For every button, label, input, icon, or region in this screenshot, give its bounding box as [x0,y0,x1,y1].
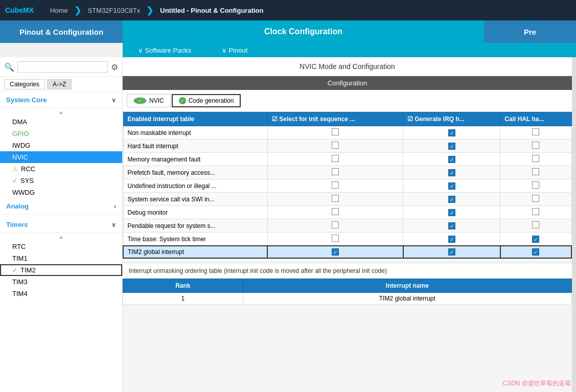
checkbox-select_init[interactable] [267,166,403,179]
checkbox-select_init[interactable]: ✓ [267,246,403,258]
gear-icon[interactable]: ⚙ [111,62,118,72]
sidebar-item-nvic[interactable]: NVIC [0,151,122,163]
dma-label: DMA [12,118,27,126]
checkbox-call_hal[interactable] [500,166,571,179]
checkbox-generate_irq[interactable]: ✓ [403,153,500,166]
timers-scroll-up-btn[interactable]: ▲ [0,233,122,241]
nvic-dot-icon: ✓ [133,97,147,104]
checkbox-select_init[interactable] [267,193,403,206]
col-header-select: ☑ Select for init sequence ... [267,112,403,126]
interrupt-row-name: System service call via SWI in... [123,193,267,206]
config-section: Configuration ✓ NVIC ✓ Code generation E [123,76,572,392]
checkbox-call_hal[interactable] [500,126,571,140]
interrupt-table-wrapper: Enabled interrupt table ☑ Select for ini… [123,112,572,259]
checkbox-call_hal[interactable] [500,153,571,166]
sidebar-item-iwdg[interactable]: IWDG [0,140,122,151]
tab-pre[interactable]: Pre [484,20,576,43]
chevron-down-icon: ∨ [111,97,116,104]
sidebar-item-sys[interactable]: ✓ SYS [0,175,122,187]
breadcrumb-device[interactable]: STM32F103C8Tx [82,7,147,14]
tim1-label: TIM1 [12,255,28,262]
tab-pinout[interactable]: Pinout & Configuration [0,20,123,43]
timers-header[interactable]: Timers ∨ [0,217,122,233]
analog-group: Analog › [0,198,122,215]
checkbox-select_init[interactable] [267,219,403,233]
checkbox-call_hal[interactable] [500,206,571,219]
checkbox-call_hal[interactable] [500,179,571,193]
col-header-name: Enabled interrupt table [123,112,267,126]
scroll-up-btn[interactable]: ▲ [0,108,122,116]
nvic-tabs: ✓ NVIC ✓ Code generation [123,90,572,112]
checkbox-generate_irq[interactable]: ✓ [403,166,500,179]
checkbox-generate_irq[interactable]: ✓ [403,193,500,206]
checkbox-generate_irq[interactable]: ✓ [403,246,500,258]
sidebar-item-rtc[interactable]: RTC [0,241,122,252]
checkbox-generate_irq[interactable]: ✓ [403,233,500,246]
breadcrumb-home[interactable]: Home [44,7,74,14]
analog-header[interactable]: Analog › [0,198,122,215]
scrollbar[interactable] [572,57,576,392]
checkbox-generate_irq[interactable]: ✓ [403,206,500,219]
interrupt-row-name: Time base: System tick timer [123,233,267,246]
top-bar: CubeMX Home ❯ STM32F103C8Tx ❯ Untitled -… [0,0,576,20]
search-input[interactable] [17,61,108,73]
sidebar-item-tim1[interactable]: TIM1 [0,252,122,264]
sidebar-item-gpio[interactable]: GPIO [0,128,122,140]
checkbox-select_init[interactable] [267,233,403,246]
system-core-header[interactable]: System Core ∨ [0,92,122,108]
checkbox-select_init[interactable] [267,153,403,166]
tim2-check-icon: ✓ [12,267,17,274]
ordering-col-name: Interrupt name [243,279,571,293]
checkbox-select_init[interactable] [267,140,403,153]
nvic-label: NVIC [12,153,28,161]
interrupt-row-name: Debug monitor [123,206,267,219]
sidebar: 🔍 ⚙ Categories A->Z System Core ∨ ▲ DMA … [0,57,123,392]
checkbox-call_hal[interactable] [500,219,571,233]
checkbox-generate_irq[interactable]: ✓ [403,126,500,140]
nvic-tab-label: NVIC [149,97,164,104]
sidebar-item-tim2[interactable]: ✓ TIM2 [0,264,122,276]
tab-codegen[interactable]: ✓ Code generation [172,94,241,107]
interrupt-row-name: TIM2 global interrupt [123,246,267,258]
checkbox-call_hal[interactable] [500,193,571,206]
ordering-table: Rank Interrupt name 1TIM2 global interru… [123,279,572,305]
tab-clock[interactable]: Clock Configuration [123,20,484,43]
content-area: NVIC Mode and Configuration Configuratio… [123,57,572,392]
sidebar-item-dma[interactable]: DMA [0,116,122,128]
search-icon[interactable]: 🔍 [4,62,14,72]
codegen-dot-icon: ✓ [179,97,186,104]
sidebar-item-tim4[interactable]: TIM4 [0,288,122,299]
checkbox-select_init[interactable] [267,179,403,193]
sidebar-item-tim3[interactable]: TIM3 [0,276,122,288]
checkbox-call_hal[interactable]: ✓ [500,246,571,258]
pinout-dropdown[interactable]: ∨ Pinout [206,43,263,57]
software-packs-dropdown[interactable]: ∨ Software Packs [123,43,206,57]
breadcrumb-project: Untitled - Pinout & Configuration [154,7,269,14]
tab-header: Pinout & Configuration Clock Configurati… [0,20,576,43]
rcc-label: RCC [21,165,35,173]
iwdg-label: IWDG [12,142,30,149]
ordering-rank: 1 [123,293,243,305]
interrupt-row-name: Pendable request for system s... [123,219,267,233]
checkbox-select_init[interactable] [267,206,403,219]
tab-nvic[interactable]: ✓ NVIC [127,94,171,107]
sidebar-item-wwdg[interactable]: WWDG [0,187,122,198]
tab-az[interactable]: A->Z [47,79,72,89]
checkbox-call_hal[interactable] [500,140,571,153]
tim4-label: TIM4 [12,290,28,297]
checkbox-call_hal[interactable]: ✓ [500,233,571,246]
rtc-label: RTC [12,243,26,250]
checkbox-generate_irq[interactable]: ✓ [403,140,500,153]
breadcrumb: Home ❯ STM32F103C8Tx ❯ Untitled - Pinout… [44,5,269,16]
sidebar-item-rcc[interactable]: ⚠ RCC [0,163,122,175]
interrupt-row-name: Memory management fault [123,153,267,166]
checkbox-generate_irq[interactable]: ✓ [403,219,500,233]
interrupt-row-name: Prefetch fault, memory access... [123,166,267,179]
main-layout: 🔍 ⚙ Categories A->Z System Core ∨ ▲ DMA … [0,57,576,392]
interrupt-row-name: Hard fault interrupt [123,140,267,153]
tab-categories[interactable]: Categories [4,79,45,89]
timers-label: Timers [6,221,28,228]
checkbox-generate_irq[interactable]: ✓ [403,179,500,193]
checkbox-select_init[interactable] [267,126,403,140]
ordering-table-wrapper: Rank Interrupt name 1TIM2 global interru… [123,279,572,305]
